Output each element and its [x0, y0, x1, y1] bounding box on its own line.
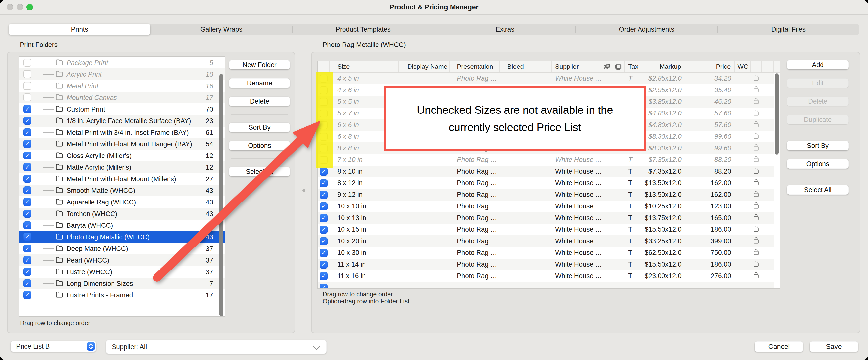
rename-button[interactable]: Rename: [229, 78, 290, 88]
folder-row[interactable]: ✓ Gloss Acrylic (Miller's) 12: [19, 150, 224, 161]
size-sort-by-button[interactable]: Sort By: [787, 141, 849, 150]
folder-options-button[interactable]: Options: [229, 141, 290, 150]
tab-order-adjustments[interactable]: Order Adjustments: [576, 24, 717, 35]
size-row[interactable]: ✓: [318, 282, 774, 288]
folder-checkbox[interactable]: ✓: [24, 210, 31, 218]
folder-row[interactable]: ✓ Pearl (WHCC) 37: [19, 254, 224, 266]
header-bleed[interactable]: Bleed: [500, 61, 552, 72]
header-tax[interactable]: Tax: [625, 61, 640, 72]
folder-checkbox[interactable]: [24, 59, 31, 67]
tab-extras[interactable]: Extras: [434, 24, 576, 35]
folder-checkbox[interactable]: ✓: [24, 244, 31, 253]
frame-icon[interactable]: [612, 61, 625, 72]
size-row[interactable]: 4 x 5 in Photo Rag … White House … T $2.…: [318, 73, 774, 84]
size-checkbox[interactable]: ✓: [320, 226, 328, 234]
table-scrollbar-track[interactable]: [774, 73, 780, 288]
tab-gallery-wraps[interactable]: Gallery Wraps: [150, 24, 292, 35]
header-markup[interactable]: Markup: [640, 61, 685, 72]
folder-row[interactable]: ✓ Deep Matte (WHCC) 37: [19, 243, 224, 254]
delete-folder-button[interactable]: Delete: [229, 97, 290, 106]
size-row[interactable]: ✓ 8 x 10 in Photo Rag … White House … T …: [318, 166, 774, 177]
table-scrollbar-thumb[interactable]: [775, 73, 779, 155]
folder-row[interactable]: ✓ Smooth Matte (WHCC) 43: [19, 185, 224, 196]
folder-row[interactable]: ✓ Lustre (WHCC) 37: [19, 266, 224, 278]
header-checkbox-column[interactable]: [318, 61, 330, 72]
folder-checkbox[interactable]: ✓: [24, 187, 31, 194]
supplier-filter-dropdown[interactable]: Supplier: All: [106, 340, 327, 354]
panel-splitter-handle[interactable]: [303, 189, 305, 192]
folder-row[interactable]: Mounted Canvas 17: [19, 92, 224, 103]
size-row[interactable]: ✓ 10 x 13 in Photo Rag … White House … T…: [318, 212, 774, 224]
size-row[interactable]: 7 x 10 in Photo Rag … White House … T $7…: [318, 154, 774, 166]
folder-checkbox[interactable]: ✓: [24, 140, 31, 148]
folder-row[interactable]: ✓ Photo Rag Metallic (WHCC) 43: [19, 231, 224, 243]
header-size[interactable]: Size: [330, 61, 399, 72]
size-checkbox[interactable]: ✓: [320, 191, 328, 199]
folder-sort-by-button[interactable]: Sort By: [229, 123, 290, 132]
size-row[interactable]: ✓ 11 x 16 in Photo Rag … White House … T…: [318, 270, 774, 282]
folder-row[interactable]: ✓ Metal Print with Float Mount (Miller's…: [19, 173, 224, 185]
size-row[interactable]: ✓ 9 x 12 in Photo Rag … White House … T …: [318, 189, 774, 200]
new-folder-button[interactable]: New Folder: [229, 60, 290, 69]
header-presentation[interactable]: Presentation: [450, 61, 500, 72]
folder-checkbox[interactable]: [24, 70, 31, 78]
size-checkbox[interactable]: ✓: [320, 237, 328, 245]
folder-row[interactable]: ✓ Lustre Prints - Framed 17: [19, 289, 224, 301]
size-checkbox[interactable]: ✓: [320, 214, 328, 222]
add-size-button[interactable]: Add: [787, 60, 849, 69]
folder-row[interactable]: Acrylic Print 10: [19, 68, 224, 80]
header-supplier[interactable]: Supplier: [552, 61, 601, 72]
folder-checkbox[interactable]: ✓: [24, 152, 31, 160]
folder-checkbox[interactable]: ✓: [24, 233, 31, 241]
folder-row[interactable]: ✓ Aquarelle Rag (WHCC) 43: [19, 196, 224, 208]
folder-list-scrollbar[interactable]: [219, 74, 223, 317]
save-button[interactable]: Save: [810, 341, 858, 352]
header-wg[interactable]: WG: [735, 61, 751, 72]
size-row[interactable]: ✓ 10 x 10 in Photo Rag … White House … T…: [318, 200, 774, 212]
size-checkbox[interactable]: ✓: [320, 179, 328, 187]
size-checkbox[interactable]: ✓: [320, 249, 328, 257]
folder-row[interactable]: ✓ Metal Print with 3/4 in. Inset Frame (…: [19, 127, 224, 138]
size-row[interactable]: ✓ 10 x 15 in Photo Rag … White House … T…: [318, 224, 774, 235]
cancel-button[interactable]: Cancel: [755, 341, 803, 352]
size-checkbox[interactable]: ✓: [320, 284, 328, 289]
folder-checkbox[interactable]: ✓: [24, 280, 31, 287]
folder-checkbox[interactable]: [24, 82, 31, 90]
folder-checkbox[interactable]: ✓: [24, 105, 31, 113]
size-row[interactable]: ✓ 11 x 14 in Photo Rag … White House … T…: [318, 259, 774, 270]
price-list-popup[interactable]: Price List B: [11, 341, 96, 352]
size-select-all-button[interactable]: Select All: [787, 185, 849, 195]
folder-list[interactable]: Package Print 5 Acrylic Print 10 Metal P…: [19, 56, 225, 317]
folder-select-all-button[interactable]: Select All: [229, 167, 290, 176]
duplicate-size-button[interactable]: Duplicate: [787, 115, 849, 124]
folder-row[interactable]: ✓ Matte Acrylic (Miller's) 12: [19, 161, 224, 173]
size-row[interactable]: ✓ 10 x 30 in Photo Rag … White House … T…: [318, 247, 774, 259]
size-checkbox[interactable]: ✓: [320, 261, 328, 268]
folder-row[interactable]: Metal Print 16: [19, 80, 224, 92]
tab-digital-files[interactable]: Digital Files: [718, 24, 859, 35]
size-row[interactable]: ✓ 8 x 12 in Photo Rag … White House … T …: [318, 177, 774, 189]
header-price[interactable]: Price: [685, 61, 735, 72]
size-options-button[interactable]: Options: [787, 159, 849, 169]
folder-checkbox[interactable]: ✓: [24, 128, 31, 136]
folder-row[interactable]: ✓ Torchon (WHCC) 43: [19, 208, 224, 220]
header-display-name[interactable]: Display Name: [399, 61, 450, 72]
folder-checkbox[interactable]: ✓: [24, 163, 31, 171]
folder-row[interactable]: Package Print 5: [19, 57, 224, 68]
folder-checkbox[interactable]: ✓: [24, 221, 31, 229]
tab-prints[interactable]: Prints: [9, 24, 150, 35]
folder-row[interactable]: ✓ Long Dimension Sizes 7: [19, 278, 224, 289]
folder-row[interactable]: ✓ Metal Print with Float Mount Hanger (B…: [19, 138, 224, 150]
tab-product-templates[interactable]: Product Templates: [292, 24, 434, 35]
folder-checkbox[interactable]: ✓: [24, 175, 31, 183]
size-checkbox[interactable]: ✓: [320, 272, 328, 280]
folder-checkbox[interactable]: ✓: [24, 291, 31, 299]
delete-size-button[interactable]: Delete: [787, 97, 849, 106]
overlapping-prints-icon[interactable]: [601, 61, 613, 72]
folder-checkbox[interactable]: ✓: [24, 198, 31, 206]
edit-size-button[interactable]: Edit: [787, 78, 849, 88]
folder-row[interactable]: ✓ Custom Print 70: [19, 103, 224, 115]
size-checkbox[interactable]: ✓: [320, 202, 328, 210]
folder-checkbox[interactable]: ✓: [24, 117, 31, 125]
size-row[interactable]: ✓ 10 x 20 in Photo Rag … White House … T…: [318, 235, 774, 247]
